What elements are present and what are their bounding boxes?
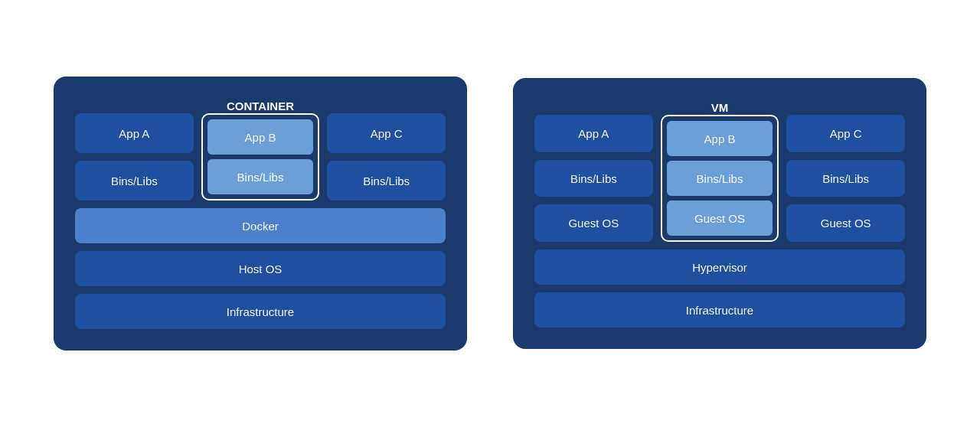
vm-diagram: App A Bins/Libs Guest OS VM App B Bins/L… xyxy=(513,78,926,349)
vm-app-c: App C xyxy=(786,115,905,152)
container-infra-row: Infrastructure xyxy=(75,294,446,329)
container-app-b: App B xyxy=(207,119,314,155)
vm-col-right: App C Bins/Libs Guest OS xyxy=(786,115,905,242)
container-col-right: App C Bins/Libs xyxy=(327,113,446,200)
container-bins-a: Bins/Libs xyxy=(75,161,194,200)
container-host-os: Host OS xyxy=(75,251,446,286)
vm-infrastructure: Infrastructure xyxy=(534,292,905,328)
container-docker: Docker xyxy=(75,208,446,243)
vm-title: VM xyxy=(708,101,732,114)
vm-guest-os-b: Guest OS xyxy=(667,200,773,236)
vm-guest-os-a: Guest OS xyxy=(534,204,653,242)
container-title: CONTAINER xyxy=(224,99,297,112)
container-hostos-row: Host OS xyxy=(75,251,446,286)
vm-col-left: App A Bins/Libs Guest OS xyxy=(534,115,653,242)
vm-app-b: App B xyxy=(667,121,773,156)
vm-bins-a: Bins/Libs xyxy=(534,160,653,197)
vm-bins-c: Bins/Libs xyxy=(786,160,905,197)
vm-app-a: App A xyxy=(534,115,653,152)
vm-highlight-wrapper: VM App B Bins/Libs Guest OS xyxy=(661,115,779,242)
vm-guest-os-c: Guest OS xyxy=(786,204,905,242)
container-docker-row: Docker xyxy=(75,208,446,243)
vm-infra-row: Infrastructure xyxy=(534,292,905,328)
vm-top-section: App A Bins/Libs Guest OS VM App B Bins/L… xyxy=(534,115,905,242)
container-col-left: App A Bins/Libs xyxy=(75,113,194,200)
container-bins-b: Bins/Libs xyxy=(207,159,314,194)
container-infrastructure: Infrastructure xyxy=(75,294,446,329)
container-highlight-box: App B Bins/Libs xyxy=(201,113,320,200)
container-bins-c: Bins/Libs xyxy=(327,161,446,200)
container-app-c: App C xyxy=(327,113,446,153)
vm-hypervisor-row: Hypervisor xyxy=(534,249,905,285)
container-top-section: App A Bins/Libs CONTAINER App B Bins/Lib… xyxy=(75,113,446,200)
container-diagram: App A Bins/Libs CONTAINER App B Bins/Lib… xyxy=(54,77,467,350)
vm-hypervisor: Hypervisor xyxy=(534,249,905,285)
container-app-a: App A xyxy=(75,113,194,153)
vm-highlight-box: App B Bins/Libs Guest OS xyxy=(661,115,779,242)
container-highlight-wrapper: CONTAINER App B Bins/Libs xyxy=(201,113,320,200)
diagrams-wrapper: App A Bins/Libs CONTAINER App B Bins/Lib… xyxy=(54,77,926,350)
vm-bins-b: Bins/Libs xyxy=(667,161,773,196)
